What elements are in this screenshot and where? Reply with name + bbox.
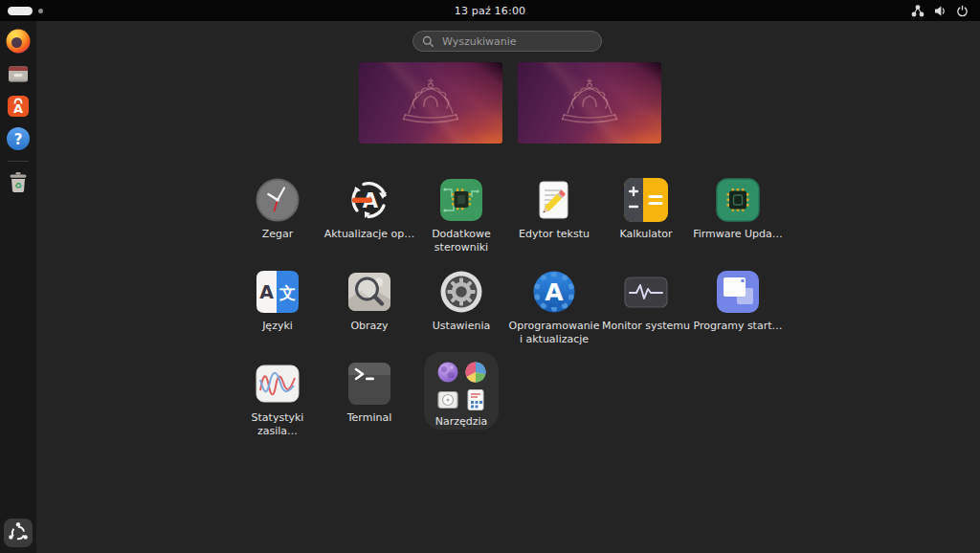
dash-dock: A?♻ xyxy=(0,21,36,553)
app-label: Aktualizacje op… xyxy=(324,228,415,241)
calculator-icon xyxy=(624,178,668,222)
folder-label: Narzędzia xyxy=(435,415,488,428)
character-document-icon xyxy=(464,388,487,411)
search-bar[interactable] xyxy=(412,31,602,52)
top-bar: 13 paź 16:00 xyxy=(0,0,980,21)
clock-icon xyxy=(256,178,300,222)
network-icon xyxy=(911,4,924,17)
workspace-thumbnail-2[interactable] xyxy=(518,62,661,144)
svg-text:A: A xyxy=(13,101,23,116)
software-properties-icon: A xyxy=(532,270,576,314)
app-label: Obrazy xyxy=(350,320,388,333)
system-monitor-icon xyxy=(624,270,668,314)
app-languages[interactable]: A文Języki xyxy=(232,270,323,333)
power-statistics-icon xyxy=(256,362,300,406)
firefox-dock-button[interactable] xyxy=(4,27,33,55)
clock-menu[interactable]: 13 paź 16:00 xyxy=(0,0,980,21)
app-software-properties[interactable]: AOprogramowanie i aktualizacje xyxy=(508,270,600,346)
languages-icon: A文 xyxy=(256,270,300,314)
disk-usage-pie-icon xyxy=(464,361,487,384)
help-icon: ? xyxy=(5,125,32,152)
app-label: Edytor tekstu xyxy=(519,228,590,241)
files-icon xyxy=(5,60,32,87)
app-label: Kalkulator xyxy=(619,228,672,241)
app-label: Firmware Upda… xyxy=(693,228,783,241)
app-folder-utilities[interactable]: Narzędzia xyxy=(424,352,499,430)
terminal-icon xyxy=(347,362,391,406)
app-clock[interactable]: Zegar xyxy=(232,178,323,241)
app-settings[interactable]: Ustawienia xyxy=(415,270,507,333)
app-label: Zegar xyxy=(262,228,294,241)
app-startup-applications[interactable]: Programy start… xyxy=(692,270,784,333)
app-system-monitor[interactable]: Monitor systemu xyxy=(600,270,692,333)
purple-sphere-icon xyxy=(436,361,459,384)
app-additional-drivers[interactable]: Dodatkowe sterowniki xyxy=(415,178,507,254)
app-label: Programy start… xyxy=(693,320,782,333)
files-dock-button[interactable] xyxy=(4,59,33,88)
app-power-statistics[interactable]: Statystyki zasila… xyxy=(232,362,323,438)
search-icon xyxy=(422,35,434,48)
volume-icon xyxy=(933,4,947,17)
startup-applications-icon xyxy=(716,270,760,314)
app-label: Oprogramowanie i aktualizacje xyxy=(508,320,600,346)
firmware-updater-icon xyxy=(716,178,760,222)
folder-preview-grid xyxy=(436,361,487,411)
image-viewer-icon xyxy=(347,270,391,314)
app-center-dock-button[interactable]: A xyxy=(4,92,33,121)
clock-label: 13 paź 16:00 xyxy=(455,5,526,17)
text-editor-icon xyxy=(532,178,576,222)
app-label: Ustawienia xyxy=(433,320,490,333)
power-icon xyxy=(955,4,969,17)
app-label: Terminal xyxy=(347,411,392,425)
help-dock-button[interactable]: ? xyxy=(4,124,33,153)
disks-drive-icon xyxy=(436,388,459,411)
ubuntu-logo-icon xyxy=(6,520,31,545)
svg-text:A: A xyxy=(545,278,564,306)
app-firmware-updater[interactable]: Firmware Upda… xyxy=(692,178,784,241)
app-label: Języki xyxy=(262,320,293,333)
app-label: Statystyki zasila… xyxy=(232,411,323,438)
software-updater-icon: A xyxy=(347,178,391,222)
show-apps-button[interactable] xyxy=(4,519,33,547)
crown-wallpaper-art xyxy=(538,72,641,131)
svg-text:♻: ♻ xyxy=(14,181,22,190)
app-center-icon: A xyxy=(5,93,32,120)
svg-text:文: 文 xyxy=(278,283,296,302)
firefox-icon xyxy=(5,28,32,55)
trash-icon: ♻ xyxy=(5,168,32,195)
app-terminal[interactable]: Terminal xyxy=(323,362,415,425)
app-calculator[interactable]: Kalkulator xyxy=(600,178,692,241)
svg-text:?: ? xyxy=(14,131,23,148)
system-status-area[interactable] xyxy=(905,0,974,21)
dock-separator xyxy=(8,161,29,162)
crown-wallpaper-art xyxy=(379,72,482,131)
app-label: Monitor systemu xyxy=(602,320,690,333)
app-software-updater[interactable]: AAktualizacje op… xyxy=(323,178,415,241)
app-image-viewer[interactable]: Obrazy xyxy=(323,270,415,333)
svg-text:A: A xyxy=(259,281,274,302)
search-input[interactable] xyxy=(440,34,592,49)
additional-drivers-icon xyxy=(439,178,483,222)
app-text-editor[interactable]: Edytor tekstu xyxy=(508,178,600,241)
trash-dock-button[interactable]: ♻ xyxy=(4,167,33,196)
workspace-thumbnail-1[interactable] xyxy=(359,62,502,144)
settings-icon xyxy=(439,270,483,314)
app-label: Dodatkowe sterowniki xyxy=(415,228,507,254)
